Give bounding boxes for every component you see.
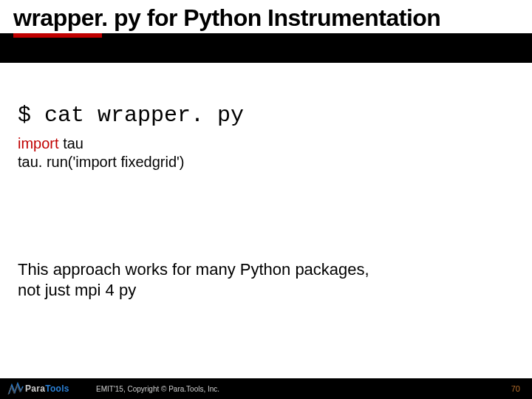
page-number: 70 (511, 384, 520, 393)
summary-line-1: This approach works for many Python pack… (18, 259, 514, 280)
slide-title: wrapper. py for Python Instrumentation (13, 4, 519, 32)
footer: ParaTools EMIT'15, Copyright © Para.Tool… (0, 378, 532, 399)
logo-para: Para (25, 383, 45, 394)
header-strip (0, 33, 532, 63)
logo-icon (7, 382, 24, 395)
logo: ParaTools (7, 382, 69, 395)
slide: wrapper. py for Python Instrumentation $… (0, 0, 532, 399)
title-bar: wrapper. py for Python Instrumentation (0, 0, 532, 32)
content-area: $ cat wrapper. py import tau tau. run('i… (0, 63, 532, 378)
code-line-1: import tau (18, 135, 514, 152)
shell-command: $ cat wrapper. py (18, 103, 514, 128)
module-name: tau (59, 135, 83, 151)
keyword-import: import (18, 135, 59, 151)
copyright-text: EMIT'15, Copyright © Para.Tools, Inc. (96, 385, 219, 393)
summary-text: This approach works for many Python pack… (18, 259, 514, 300)
logo-text: ParaTools (25, 383, 69, 394)
summary-line-2: not just mpi 4 py (18, 280, 514, 301)
code-line-2: tau. run('import fixedgrid') (18, 154, 514, 171)
accent-bar (13, 33, 102, 38)
logo-tools: Tools (45, 383, 69, 394)
